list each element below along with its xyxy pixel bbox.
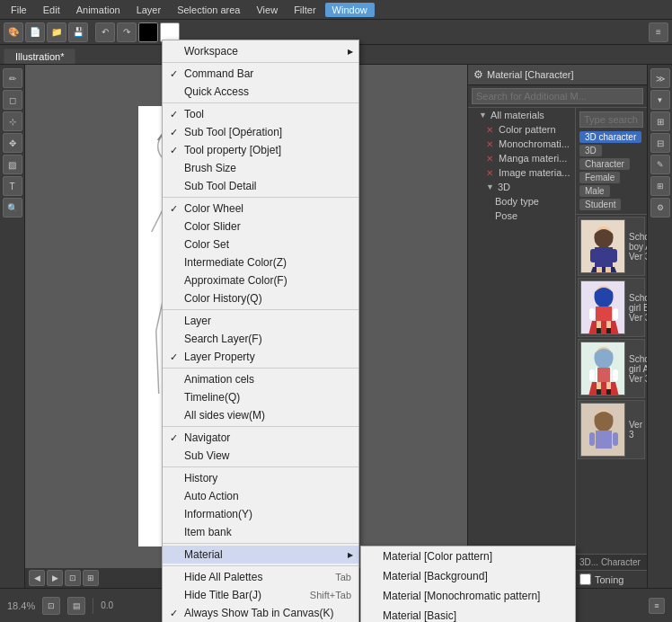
right-btn-2[interactable]: ⊞	[650, 111, 670, 131]
submenu-basic[interactable]: Material [Basic]	[361, 606, 575, 622]
char-school-boy[interactable]: School boy A-Ver 3	[578, 217, 645, 276]
menu-sub-tool[interactable]: Sub Tool [Opération]	[163, 123, 358, 141]
menu-file[interactable]: File	[4, 3, 34, 17]
char-name-school-girl-b: School girl B-Ver 3	[629, 293, 647, 323]
tree-image-material[interactable]: ✕ Image materia...	[468, 165, 575, 180]
menu-layer[interactable]: Layer	[129, 3, 169, 17]
menu-layer[interactable]: Layer	[163, 312, 358, 330]
material-submenu[interactable]: Material [Color pattern] Material [Backg…	[360, 546, 576, 622]
status-nav-btn[interactable]: ≡	[649, 598, 665, 614]
menu-timeline[interactable]: Timeline(Q)	[163, 388, 358, 406]
canvas-nav-left[interactable]: ◀	[29, 570, 45, 586]
menu-edit[interactable]: Edit	[36, 3, 67, 17]
right-btn-grid[interactable]: ⊞	[650, 176, 670, 196]
tag-3d[interactable]: 3D	[579, 145, 602, 156]
layer-label: Layer	[184, 315, 211, 327]
tag-search-input[interactable]	[579, 111, 643, 128]
toolbar-color[interactable]	[138, 22, 158, 42]
material-label: Material	[184, 548, 223, 561]
char-name-school-girl-a: School girl A-Ver 3	[629, 354, 647, 384]
tag-3d-character[interactable]: 3D character	[579, 131, 641, 143]
tool-pen[interactable]: ✏	[3, 68, 22, 88]
menu-search-layer[interactable]: Search Layer(F)	[163, 330, 358, 348]
char-school-girl-b[interactable]: School girl B-Ver 3	[578, 278, 645, 337]
toolbar-new[interactable]: 📄	[25, 22, 45, 42]
svg-rect-29	[611, 249, 617, 262]
menu-quick-access[interactable]: Quick Access	[163, 83, 358, 101]
menu-layer-property[interactable]: Layer Property	[163, 348, 358, 366]
menu-tool[interactable]: Tool	[163, 105, 358, 123]
char-thumb-scroll[interactable]: School boy A-Ver 3	[576, 215, 647, 554]
tree-body-type[interactable]: Body type	[468, 194, 575, 209]
menu-intermediate-color[interactable]: Intermediate Color(Z)	[163, 253, 358, 271]
toolbar-undo[interactable]: ↶	[95, 22, 115, 42]
tree-monochromatic[interactable]: ✕ Monochromati...	[468, 137, 575, 151]
tree-3d[interactable]: ▼ 3D	[468, 180, 575, 194]
menu-tool-property[interactable]: Tool property [Objet]	[163, 141, 358, 159]
right-btn-3[interactable]: ⊟	[650, 133, 670, 153]
toolbar-save[interactable]: 💾	[68, 22, 88, 42]
menu-command-bar[interactable]: Command Bar	[163, 65, 358, 83]
menu-auto-action[interactable]: Auto Action	[163, 487, 358, 505]
toolbar-btn-extra[interactable]: ≡	[649, 22, 668, 42]
material-search-input[interactable]	[472, 88, 643, 104]
menu-animation-cels[interactable]: Animation cels	[163, 370, 358, 388]
tool-zoom[interactable]: 🔍	[3, 198, 22, 218]
menu-always-show-tab[interactable]: Always Show Tab in Canvas(K)	[163, 604, 358, 622]
menu-all-sides[interactable]: All sides view(M)	[163, 406, 358, 424]
status-btn-1[interactable]: ⊡	[42, 597, 60, 615]
char-ver3[interactable]: Ver 3	[578, 400, 645, 459]
menu-hide-all-palettes[interactable]: Hide All Palettes Tab	[163, 568, 358, 586]
menu-workspace[interactable]: Workspace	[163, 42, 358, 60]
canvas-nav-right[interactable]: ▶	[47, 570, 63, 586]
menu-color-wheel[interactable]: Color Wheel	[163, 200, 358, 218]
menu-color-history[interactable]: Color History(Q)	[163, 289, 358, 307]
menu-brush-size[interactable]: Brush Size	[163, 159, 358, 177]
menu-hide-title-bar[interactable]: Hide Title Bar(J) Shift+Tab	[163, 586, 358, 604]
submenu-background[interactable]: Material [Background]	[361, 566, 575, 586]
tool-text[interactable]: T	[3, 176, 22, 196]
right-btn-pencil[interactable]: ✎	[650, 155, 670, 174]
char-school-girl-a[interactable]: School girl A-Ver 3	[578, 339, 645, 398]
canvas-zoom-fit[interactable]: ⊡	[65, 570, 81, 586]
menu-navigator[interactable]: Navigator	[163, 429, 358, 447]
menu-history[interactable]: History	[163, 469, 358, 487]
tree-pose[interactable]: Pose	[468, 209, 575, 223]
submenu-mono-pattern[interactable]: Material [Monochromatic pattern]	[361, 586, 575, 606]
menu-information[interactable]: Information(Y)	[163, 505, 358, 523]
menu-color-slider[interactable]: Color Slider	[163, 218, 358, 235]
submenu-color-pattern[interactable]: Material [Color pattern]	[361, 546, 575, 566]
toolbar-open[interactable]: 📁	[47, 22, 66, 42]
tool-move[interactable]: ✥	[3, 133, 22, 153]
tag-male[interactable]: Male	[579, 185, 610, 197]
tool-select[interactable]: ⊹	[3, 111, 22, 131]
tag-student[interactable]: Student	[579, 199, 621, 210]
menu-item-bank[interactable]: Item bank	[163, 523, 358, 541]
window-dropdown[interactable]: Workspace Command Bar Quick Access Tool …	[162, 40, 359, 622]
menu-view[interactable]: View	[249, 3, 285, 17]
menu-window[interactable]: Window	[325, 3, 375, 17]
menu-animation[interactable]: Animation	[69, 3, 128, 17]
tool-eraser[interactable]: ◻	[3, 90, 22, 110]
tree-all-materials[interactable]: ▼ All materials	[468, 108, 575, 122]
tool-fill[interactable]: ▨	[3, 155, 22, 174]
menu-sub-view[interactable]: Sub View	[163, 447, 358, 465]
tag-female[interactable]: Female	[579, 172, 620, 183]
right-btn-expand[interactable]: ≫	[650, 68, 670, 88]
tag-character[interactable]: Character	[579, 158, 630, 170]
canvas-layers[interactable]: ⊞	[83, 570, 99, 586]
status-btn-2[interactable]: ▤	[67, 597, 85, 615]
menu-approximate-color[interactable]: Approximate Color(F)	[163, 271, 358, 289]
menu-filter[interactable]: Filter	[287, 3, 323, 17]
tab-illustration[interactable]: Illustration*	[4, 49, 75, 64]
toolbar-redo[interactable]: ↷	[117, 22, 137, 42]
right-btn-1[interactable]: ▼	[650, 90, 670, 110]
menu-material[interactable]: Material Material [Color pattern] Materi…	[163, 546, 358, 564]
toning-checkbox[interactable]	[579, 573, 591, 585]
menu-sub-tool-detail[interactable]: Sub Tool Detail	[163, 177, 358, 195]
tree-manga[interactable]: ✕ Manga materi...	[468, 151, 575, 165]
menu-color-set[interactable]: Color Set	[163, 235, 358, 253]
tree-color-pattern[interactable]: ✕ Color pattern	[468, 122, 575, 137]
right-btn-settings[interactable]: ⚙	[650, 198, 670, 218]
menu-selection[interactable]: Selection area	[170, 3, 247, 17]
